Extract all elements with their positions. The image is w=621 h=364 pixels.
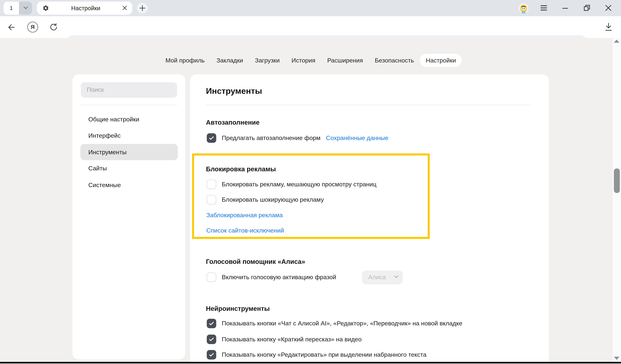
- checkbox-row-edit-selected-text[interactable]: Показывать кнопку «Редактировать» при вы…: [207, 350, 427, 360]
- window-bottom-edge: [0, 362, 621, 364]
- checkbox-row-neuro-buttons[interactable]: Показывать кнопки «Чат с Алисой AI», «Ре…: [207, 319, 463, 328]
- profile-avatar[interactable]: [518, 3, 529, 13]
- settings-search-input[interactable]: [81, 82, 189, 98]
- checkbox-autofill-checked[interactable]: [207, 133, 216, 143]
- sidebar-item-system[interactable]: Системные: [80, 177, 178, 193]
- tab-extensions[interactable]: Расширения: [321, 54, 369, 67]
- yandex-home-button[interactable]: Я: [27, 22, 38, 32]
- browser-tab-settings[interactable]: Настройки: [37, 1, 132, 15]
- checkbox-edit-selected-text[interactable]: [207, 350, 216, 360]
- tab-bar: 1 Настройки: [0, 0, 621, 16]
- tab-count-control[interactable]: 1: [3, 1, 32, 15]
- tab-security[interactable]: Безопасность: [369, 54, 420, 67]
- tab-title: Настройки: [49, 5, 122, 11]
- tab-my-profile[interactable]: Мой профиль: [159, 54, 210, 67]
- window-close-button[interactable]: [605, 5, 612, 11]
- checkbox-row-block-shocking-ads[interactable]: Блокировать шокирующую рекламу: [207, 195, 324, 205]
- ad-block-heading: Блокировка рекламы: [206, 165, 276, 173]
- checkbox-label: Предлагать автозаполнение форм: [222, 134, 321, 142]
- scrollbar-thumb[interactable]: [614, 168, 620, 193]
- checkbox-row-voice-activation[interactable]: Включить голосовую активацию фразой: [207, 272, 336, 282]
- sidebar-item-interface[interactable]: Интерфейс: [80, 127, 178, 144]
- browser-window: 1 Настройки: [0, 0, 621, 364]
- checkbox-neuro-buttons[interactable]: [207, 319, 216, 328]
- checkbox-label: Показывать кнопку «Редактировать» при вы…: [222, 351, 427, 359]
- activation-phrase-dropdown[interactable]: Алиса: [362, 270, 403, 284]
- browser-menu-icon[interactable]: [540, 5, 547, 11]
- tab-settings[interactable]: Настройки: [420, 54, 462, 67]
- settings-nav-tabs: Мой профиль Закладки Загрузки История Ра…: [72, 54, 549, 67]
- settings-page: Мой профиль Закладки Загрузки История Ра…: [0, 38, 621, 364]
- checkbox-row-video-summary[interactable]: Показывать кнопку «Краткий пересказ» на …: [207, 334, 362, 344]
- chevron-down-icon: [394, 275, 398, 279]
- sidebar-menu: Общие настройки Интерфейс Инструменты Са…: [72, 111, 185, 193]
- checkbox-label: Блокировать шокирующую рекламу: [222, 196, 324, 203]
- tab-history[interactable]: История: [286, 54, 321, 67]
- checkbox-row-autofill[interactable]: Предлагать автозаполнение форм Сохранённ…: [207, 133, 388, 143]
- site-exceptions-link[interactable]: Список сайтов-исключений: [206, 227, 284, 235]
- window-minimize-button[interactable]: [562, 5, 568, 11]
- downloads-button[interactable]: [604, 22, 613, 32]
- checkbox-label: Включить голосовую активацию фразой: [222, 274, 336, 281]
- gear-icon: [42, 5, 49, 11]
- ad-block-highlighted-section: Блокировка рекламы Блокировать рекламу, …: [192, 154, 430, 239]
- settings-content: Инструменты Автозаполнение Предлагать ав…: [190, 74, 549, 362]
- tab-downloads[interactable]: Загрузки: [249, 54, 286, 67]
- checkbox-video-summary[interactable]: [207, 334, 216, 344]
- back-button[interactable]: [7, 22, 16, 32]
- page-scrollbar[interactable]: [612, 38, 621, 362]
- sidebar-item-sites[interactable]: Сайты: [80, 160, 178, 177]
- reload-button[interactable]: [49, 22, 58, 32]
- alice-heading: Голосовой помощник «Алиса»: [206, 257, 305, 265]
- page-section-title: Инструменты: [206, 86, 262, 96]
- sidebar-item-general[interactable]: Общие настройки: [80, 111, 178, 127]
- tab-count: 1: [3, 1, 19, 15]
- tab-close-icon[interactable]: [122, 6, 127, 10]
- saved-data-link[interactable]: Сохранённые данные: [326, 134, 388, 142]
- checkbox-block-shocking-ads[interactable]: [207, 195, 216, 205]
- settings-sidebar: Общие настройки Интерфейс Инструменты Са…: [72, 74, 185, 360]
- sidebar-item-tools[interactable]: Инструменты: [80, 144, 178, 160]
- sidebar-divider: [81, 105, 177, 105]
- checkbox-block-intrusive-ads[interactable]: [207, 179, 216, 189]
- chevron-down-icon[interactable]: [19, 1, 32, 15]
- checkbox-row-block-intrusive-ads[interactable]: Блокировать рекламу, мешающую просмотру …: [207, 179, 377, 189]
- content-divider: [206, 105, 531, 105]
- toolbar: Я Y settings Настройки: [0, 16, 621, 38]
- blocked-ads-link[interactable]: Заблокированная реклама: [206, 211, 283, 219]
- settings-search-field[interactable]: [81, 82, 177, 98]
- scroll-up-arrow[interactable]: [614, 39, 620, 43]
- window-restore-button[interactable]: [584, 5, 590, 11]
- autofill-heading: Автозаполнение: [206, 118, 259, 126]
- tab-bookmarks[interactable]: Закладки: [210, 54, 249, 67]
- new-tab-button[interactable]: [137, 3, 148, 13]
- dropdown-value: Алиса: [368, 270, 386, 284]
- neuro-heading: Нейроинструменты: [206, 304, 270, 312]
- checkbox-label: Блокировать рекламу, мешающую просмотру …: [222, 181, 377, 188]
- checkbox-label: Показывать кнопку «Краткий пересказ» на …: [222, 336, 362, 343]
- scroll-down-arrow[interactable]: [614, 357, 620, 360]
- checkbox-voice-activation[interactable]: [207, 272, 216, 282]
- checkbox-label: Показывать кнопки «Чат с Алисой AI», «Ре…: [222, 320, 463, 327]
